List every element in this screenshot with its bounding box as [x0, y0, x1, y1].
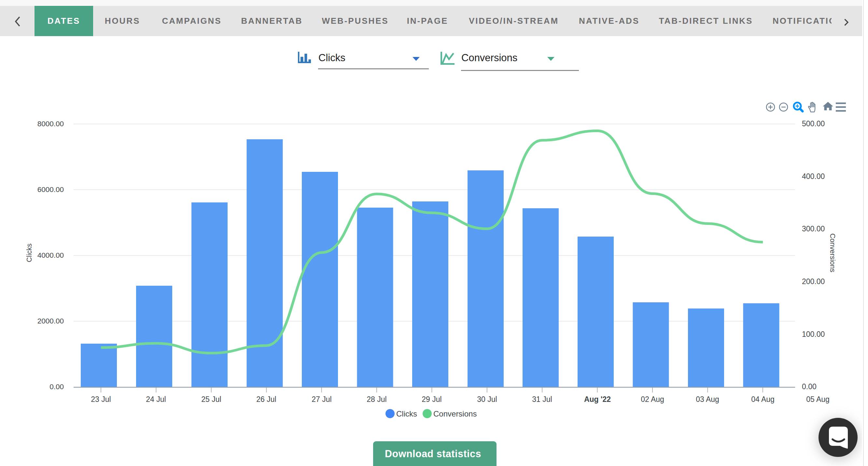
- svg-text:500.00: 500.00: [802, 120, 825, 128]
- svg-text:100.00: 100.00: [802, 330, 825, 338]
- svg-text:300.00: 300.00: [802, 225, 825, 233]
- svg-text:31 Jul: 31 Jul: [532, 395, 552, 403]
- svg-text:4000.00: 4000.00: [37, 251, 64, 259]
- svg-text:28 Jul: 28 Jul: [367, 395, 386, 403]
- svg-text:27 Jul: 27 Jul: [312, 395, 332, 403]
- svg-text:Conversions: Conversions: [829, 233, 836, 272]
- svg-text:0.00: 0.00: [50, 383, 64, 391]
- svg-text:26 Jul: 26 Jul: [256, 395, 276, 403]
- svg-text:30 Jul: 30 Jul: [477, 395, 497, 403]
- svg-text:6000.00: 6000.00: [37, 186, 64, 194]
- svg-text:400.00: 400.00: [802, 172, 825, 180]
- svg-text:02 Aug: 02 Aug: [641, 395, 664, 403]
- svg-text:200.00: 200.00: [802, 277, 825, 286]
- svg-text:23 Jul: 23 Jul: [91, 395, 111, 403]
- svg-text:29 Jul: 29 Jul: [422, 395, 441, 403]
- svg-text:0.00: 0.00: [802, 382, 816, 391]
- svg-text:2000.00: 2000.00: [37, 317, 64, 325]
- svg-text:25 Jul: 25 Jul: [201, 395, 221, 403]
- svg-text:Clicks: Clicks: [25, 243, 33, 262]
- svg-text:Conversions: Conversions: [433, 409, 477, 418]
- svg-text:24 Jul: 24 Jul: [146, 395, 166, 403]
- svg-text:Clicks: Clicks: [396, 409, 417, 418]
- svg-text:03 Aug: 03 Aug: [696, 395, 719, 403]
- svg-text:8000.00: 8000.00: [37, 120, 64, 128]
- svg-text:04 Aug: 04 Aug: [751, 395, 775, 403]
- svg-text:05 Aug: 05 Aug: [806, 395, 830, 403]
- svg-text:Aug '22: Aug '22: [584, 395, 611, 403]
